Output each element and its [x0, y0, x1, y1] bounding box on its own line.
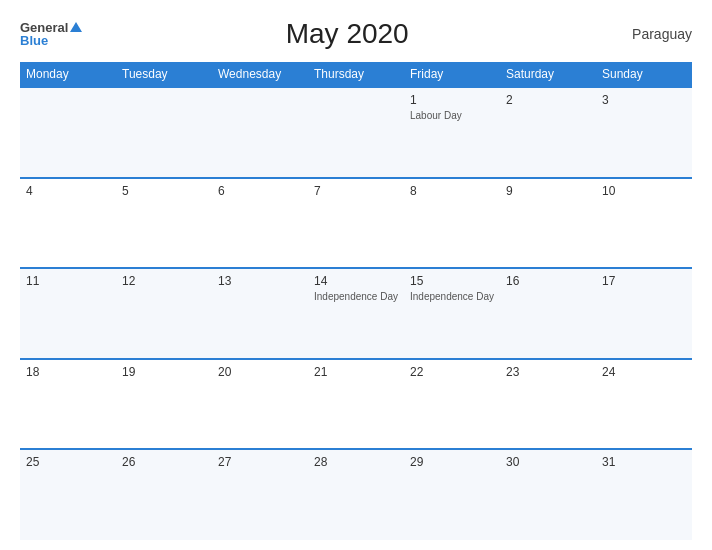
- day-number: 7: [314, 184, 398, 198]
- weekday-header-tuesday: Tuesday: [116, 62, 212, 87]
- day-event: Independence Day: [410, 290, 494, 303]
- logo: General Blue: [20, 21, 82, 47]
- weekday-header-sunday: Sunday: [596, 62, 692, 87]
- country-label: Paraguay: [612, 26, 692, 42]
- day-number: 3: [602, 93, 686, 107]
- day-cell: 5: [116, 178, 212, 269]
- day-number: 16: [506, 274, 590, 288]
- day-cell: 15Independence Day: [404, 268, 500, 359]
- day-event: Labour Day: [410, 109, 494, 122]
- day-number: 29: [410, 455, 494, 469]
- day-number: 12: [122, 274, 206, 288]
- day-cell: 24: [596, 359, 692, 450]
- day-cell: 10: [596, 178, 692, 269]
- day-cell: 20: [212, 359, 308, 450]
- day-number: 27: [218, 455, 302, 469]
- day-number: 28: [314, 455, 398, 469]
- day-number: 15: [410, 274, 494, 288]
- weekday-header-thursday: Thursday: [308, 62, 404, 87]
- day-cell: 18: [20, 359, 116, 450]
- day-number: 25: [26, 455, 110, 469]
- day-number: 8: [410, 184, 494, 198]
- day-cell: 17: [596, 268, 692, 359]
- day-number: 14: [314, 274, 398, 288]
- day-cell: 4: [20, 178, 116, 269]
- day-cell: 28: [308, 449, 404, 540]
- day-cell: 30: [500, 449, 596, 540]
- day-cell: 29: [404, 449, 500, 540]
- day-cell: 25: [20, 449, 116, 540]
- day-number: 24: [602, 365, 686, 379]
- day-number: 30: [506, 455, 590, 469]
- day-cell: 11: [20, 268, 116, 359]
- day-cell: 19: [116, 359, 212, 450]
- day-event: Independence Day: [314, 290, 398, 303]
- week-row-4: 18192021222324: [20, 359, 692, 450]
- day-number: 20: [218, 365, 302, 379]
- day-number: 21: [314, 365, 398, 379]
- day-number: 31: [602, 455, 686, 469]
- week-row-2: 45678910: [20, 178, 692, 269]
- weekday-header-monday: Monday: [20, 62, 116, 87]
- day-cell: 1Labour Day: [404, 87, 500, 178]
- day-cell: 22: [404, 359, 500, 450]
- day-number: 18: [26, 365, 110, 379]
- day-number: 23: [506, 365, 590, 379]
- week-row-5: 25262728293031: [20, 449, 692, 540]
- day-number: 5: [122, 184, 206, 198]
- calendar-table: MondayTuesdayWednesdayThursdayFridaySatu…: [20, 62, 692, 540]
- day-cell: 9: [500, 178, 596, 269]
- calendar: MondayTuesdayWednesdayThursdayFridaySatu…: [20, 62, 692, 540]
- weekday-header-friday: Friday: [404, 62, 500, 87]
- day-number: 22: [410, 365, 494, 379]
- day-number: 13: [218, 274, 302, 288]
- day-cell: 6: [212, 178, 308, 269]
- day-cell: [308, 87, 404, 178]
- day-cell: 12: [116, 268, 212, 359]
- day-number: 19: [122, 365, 206, 379]
- weekday-header-row: MondayTuesdayWednesdayThursdayFridaySatu…: [20, 62, 692, 87]
- day-number: 17: [602, 274, 686, 288]
- day-cell: 16: [500, 268, 596, 359]
- day-cell: [116, 87, 212, 178]
- day-cell: 26: [116, 449, 212, 540]
- day-cell: 13: [212, 268, 308, 359]
- header: General Blue May 2020 Paraguay: [20, 18, 692, 50]
- day-cell: 14Independence Day: [308, 268, 404, 359]
- day-number: 6: [218, 184, 302, 198]
- logo-triangle-icon: [70, 22, 82, 32]
- day-cell: 23: [500, 359, 596, 450]
- day-number: 2: [506, 93, 590, 107]
- day-cell: 8: [404, 178, 500, 269]
- day-number: 10: [602, 184, 686, 198]
- day-cell: [20, 87, 116, 178]
- weekday-header-saturday: Saturday: [500, 62, 596, 87]
- calendar-title: May 2020: [82, 18, 612, 50]
- day-cell: [212, 87, 308, 178]
- weekday-header-wednesday: Wednesday: [212, 62, 308, 87]
- day-cell: 27: [212, 449, 308, 540]
- week-row-1: 1Labour Day23: [20, 87, 692, 178]
- logo-blue-text: Blue: [20, 34, 48, 47]
- day-cell: 31: [596, 449, 692, 540]
- day-number: 11: [26, 274, 110, 288]
- page: General Blue May 2020 Paraguay MondayTue…: [0, 0, 712, 550]
- day-cell: 2: [500, 87, 596, 178]
- week-row-3: 11121314Independence Day15Independence D…: [20, 268, 692, 359]
- day-number: 9: [506, 184, 590, 198]
- day-cell: 7: [308, 178, 404, 269]
- day-number: 1: [410, 93, 494, 107]
- day-number: 4: [26, 184, 110, 198]
- day-number: 26: [122, 455, 206, 469]
- day-cell: 21: [308, 359, 404, 450]
- day-cell: 3: [596, 87, 692, 178]
